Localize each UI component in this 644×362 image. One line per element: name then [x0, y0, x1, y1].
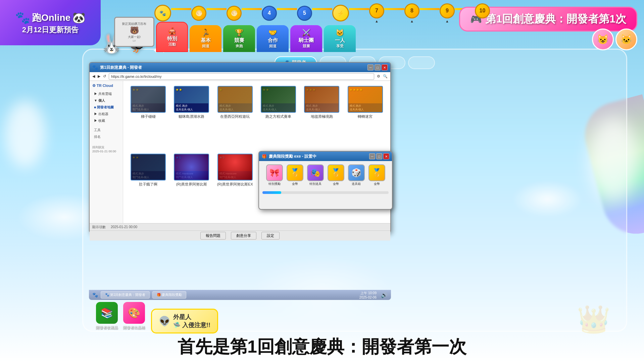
- search-icon: 🔍: [383, 74, 388, 79]
- minimize-button[interactable]: ─: [367, 64, 374, 70]
- rewards-title-icon: 🎁: [262, 154, 267, 159]
- tab-race-sub: 奔跑: [236, 44, 243, 49]
- refresh-icon[interactable]: ↺: [103, 74, 106, 79]
- level-circle-9: 9: [440, 3, 455, 18]
- level-line-3: [242, 8, 262, 10]
- rewards-close[interactable]: ✕: [383, 153, 389, 159]
- map-card-img-4: ★★ 模式 跑步 道具具/個人: [261, 86, 296, 113]
- sidebar-item-personal[interactable]: ▼ 個人: [92, 97, 120, 104]
- reward-label-6: 金幣: [374, 182, 380, 186]
- status-count: 顯示項數: [92, 225, 106, 229]
- tab-coop[interactable]: 🤝 合作 頻道: [257, 25, 289, 52]
- bottom-icon-1[interactable]: 📚 開發者收藏品: [96, 302, 118, 330]
- sidebar-item-shared[interactable]: ▶ 共有雲端: [92, 91, 120, 97]
- tab-solo-sub: 享受: [336, 44, 344, 49]
- map-name-6: 轉轉迷宮: [358, 114, 373, 119]
- address-input[interactable]: [109, 73, 374, 80]
- tab-basic[interactable]: 🏃 基本 頻道: [190, 25, 221, 52]
- volume-icon[interactable]: 🔊: [381, 292, 388, 298]
- sidebar-item-rental[interactable]: ▶ 出租器: [92, 111, 120, 117]
- close-button[interactable]: ✕: [382, 64, 388, 70]
- map-card-5[interactable]: ★★★ 模式 跑步 道具具/個人 地毯滑極境跑: [302, 86, 342, 150]
- taskbar-time-area: 上午 10:09 2025-02-06: [359, 291, 377, 299]
- address-bar: ◀ ▶ ↺ ⚙ 🔍: [90, 72, 390, 81]
- reward-icon-6: 🥇: [368, 164, 385, 181]
- rewards-minimize[interactable]: ─: [369, 153, 375, 159]
- window-paw-icon: 🐾: [92, 65, 98, 70]
- level-line-7: [384, 8, 404, 10]
- tab-race[interactable]: 🏆 競賽 奔跑: [223, 25, 255, 52]
- sidebar-tr-cloud-label: ⚙ TR Cloud: [92, 84, 120, 88]
- reward-label-4: 金幣: [333, 182, 339, 186]
- window-title-left: 🐾 第1回創意慶典 - 開發者: [92, 65, 142, 70]
- char-icon-1: 😺: [592, 29, 614, 50]
- reward-icon-5: 🎲: [348, 164, 365, 181]
- level-label-8: ▲: [410, 19, 414, 23]
- sub-tab-5[interactable]: [408, 56, 435, 69]
- rewards-title-left: 🎁 慶典階段獎勵 exe - 設置中: [262, 154, 316, 159]
- taskbar-item-1[interactable]: 🐾 第1回創意慶典：開發者: [101, 291, 150, 299]
- top-bar: 🐾 跑Online 🐼 2月12日更新預告 劉正英紋鑽刀百布 🐻 大家一起! L…: [0, 0, 644, 49]
- report-button[interactable]: 報告問題: [200, 232, 226, 240]
- reward-item-3[interactable]: 🎭 特別道具: [306, 164, 325, 186]
- map-card-3[interactable]: ★ 模式 跑步 道具具/個人 在墨西亞阿程遊玩: [215, 86, 255, 150]
- reward-icon-1: 🎀: [266, 164, 283, 181]
- level-circle-paw: 🐾: [154, 5, 171, 21]
- level-line-8: [419, 8, 440, 10]
- taskbar-item-2[interactable]: 🎁 慶典階段獎勵: [152, 291, 186, 299]
- forward-button-icon[interactable]: ▶: [98, 74, 100, 79]
- map-card-4[interactable]: ★★ 模式 跑步 道具具/個人 跑之方程式賽車: [258, 86, 298, 150]
- map-card-6[interactable]: ★★★★ 模式 跑步 道具具/個人 轉轉迷宮: [345, 86, 385, 150]
- sidebar-item-tools[interactable]: 工具: [92, 127, 120, 134]
- level-node-3: 🌕: [227, 6, 242, 21]
- reward-item-6[interactable]: 🥇 金幣: [367, 164, 386, 186]
- back-button-icon[interactable]: ◀: [92, 74, 95, 79]
- tab-basic-icon: 🏃: [201, 29, 210, 37]
- maximize-button[interactable]: □: [375, 64, 381, 70]
- map-card-9[interactable]: ★9 模式 Hardcore 戰鬥道具/個人 (R)異世界阿努比斯EX: [215, 154, 255, 218]
- rewards-maximize[interactable]: □: [376, 153, 382, 159]
- reward-item-5[interactable]: 🎲 道具箱: [347, 164, 365, 186]
- share-button[interactable]: 創意分享: [231, 232, 256, 240]
- tab-basic-main: 基本: [201, 37, 211, 44]
- bottom-icon-box-2: 🎨: [123, 302, 145, 324]
- sidebar-item-ranking[interactable]: 排名: [92, 134, 120, 140]
- sidebar-extra: 排列狀況 2025-01-21 00:00: [92, 145, 120, 153]
- map-name-4: 跑之方程式賽車: [265, 114, 291, 119]
- reward-label-3: 特別道具: [309, 182, 321, 186]
- tab-special[interactable]: 🎪 特別 活動: [156, 22, 188, 52]
- tab-special-icon: 🎪: [168, 27, 176, 35]
- rewards-titlebar: 🎁 慶典階段獎勵 exe - 設置中 ─ □ ✕: [259, 152, 392, 161]
- tab-solo-main: 一人: [335, 37, 345, 44]
- level-line-4: [277, 8, 297, 10]
- map-card-8[interactable]: ★6 模式 Hardcore 戰鬥道具/個人 (R)異世界阿努比斯: [171, 154, 211, 218]
- tab-guild[interactable]: ⚔️ 騎士團 競賽: [290, 25, 322, 52]
- tab-solo[interactable]: 🐱 一人 享受: [324, 25, 356, 52]
- map-name-3: 在墨西亞阿程遊玩: [220, 114, 250, 119]
- tab-race-main: 競賽: [234, 37, 244, 44]
- map-card-2[interactable]: ★★ 模式 跑步 道具道具/個人 貓咪島漂湖水路: [171, 86, 211, 150]
- reward-item-1[interactable]: 🎀 特別獎勵: [265, 164, 284, 186]
- reward-label-2: 金幣: [292, 182, 298, 186]
- progress-container: [262, 191, 389, 194]
- map-card-7[interactable]: ★★ 模式 跑步 戰鬥道具/個人 肚子餓了啊: [128, 154, 168, 218]
- tab-guild-sub: 競賽: [303, 44, 310, 49]
- level-line-6: [349, 8, 369, 10]
- reward-item-4[interactable]: 🥇 金幣: [327, 164, 345, 186]
- settings-button[interactable]: 設定: [261, 232, 280, 240]
- level-circle-7: 7: [369, 3, 384, 18]
- bottom-subtitle: 首先是第1回創意慶典：開發者第一次: [0, 335, 644, 359]
- sidebar-item-favorites[interactable]: ▶ 收藏: [92, 117, 120, 124]
- sidebar-item-dev-maps[interactable]: ■ 開發者地圖: [92, 104, 120, 111]
- level-circle-4: 4: [262, 6, 277, 21]
- bottom-icon-2[interactable]: 🎨 開發者出品橋: [123, 302, 145, 330]
- map-card-img-2: ★★ 模式 跑步 道具道具/個人: [174, 86, 209, 113]
- taskbar-icon-1: 🐾: [105, 293, 109, 297]
- nav-tabs: 🎪 特別 活動 🏃 基本 頻道 🏆 競賽 奔跑 🤝 合作 頻道 ⚔️ 騎士團 競…: [156, 22, 356, 52]
- map-card-1[interactable]: ★★ 模式 跑步 戰鬥道具/個人 梯子碰碰: [128, 86, 168, 150]
- reward-item-2[interactable]: 🥇 金幣: [286, 164, 304, 186]
- level-node-2: 🌕: [191, 6, 206, 21]
- map-card-img-9: ★9 模式 Hardcore 戰鬥道具/個人: [217, 154, 253, 180]
- taskbar-label-1: 第1回創意慶典：開發者: [110, 293, 146, 297]
- rewards-grid: 🎀 特別獎勵 🥇 金幣 🎭 特別道具 🥇 金幣 🎲 道具箱 🥇 金幣: [259, 161, 392, 190]
